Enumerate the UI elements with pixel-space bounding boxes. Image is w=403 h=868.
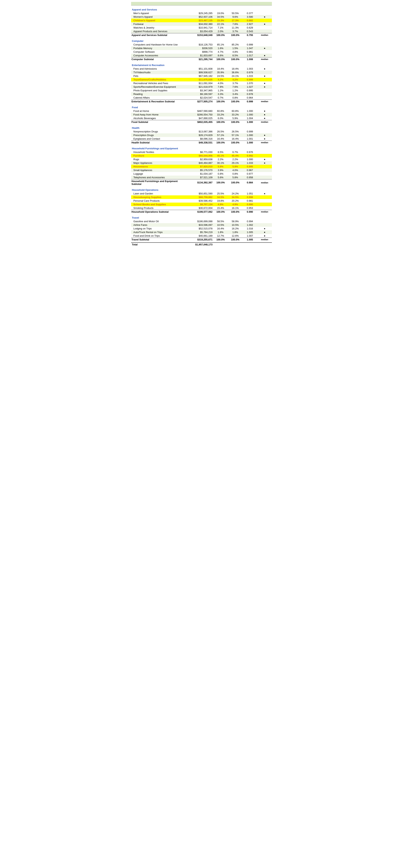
- retail-data-table: Apparel and ServicesMen's Apparel$29,245…: [131, 2, 272, 246]
- table-row: Food and Drink on Trips$40,661,18912.7%1…: [131, 234, 272, 238]
- subtotal-row-travel: Travel Subtotal$319,255,671100.0%100.0%1…: [131, 238, 272, 241]
- table-row: Auto/Truck Rental on Trips$5,784,2191.8%…: [131, 230, 272, 234]
- table-row: School Books and Supplies$9,707,1344.9%4…: [131, 203, 272, 206]
- section-header-health: Health: [131, 125, 272, 130]
- table-row: Computers and Hardware for Home Use$18,1…: [131, 43, 272, 46]
- table-row: Apparel Products and Services$3,054,4292…: [131, 30, 272, 33]
- table-row: Computer Software$998,7744.7%4.8%0.981: [131, 50, 272, 54]
- table-row: Food at Home$487,590,68060.8%60.8%1.000■: [131, 109, 272, 113]
- table-row: Toys/Games/Crafts/Hobbies$11,675,8354.2%…: [131, 78, 272, 82]
- table-row: Recreational Vehicles and Fees$11,091,93…: [131, 82, 272, 85]
- header-cape-share: [213, 2, 228, 5]
- table-row: Household Textiles$8,771,0306.5%6.7%0.97…: [131, 150, 272, 154]
- table-row: Men's Apparel$29,245,28519.0%50.5%0.377: [131, 11, 272, 15]
- table-row: Personal Care Products$39,586,45219.8%20…: [131, 199, 272, 203]
- section-header-food: Food: [131, 104, 272, 109]
- section-header-entertainment: Entertainment & Recreation: [131, 62, 272, 67]
- table-row: Small Appliances$5,176,5703.9%4.0%0.967: [131, 168, 272, 172]
- subtotal-row-hfe: Household Furnishings and Equipment Subt…: [131, 179, 272, 186]
- table-row: Footwear$34,002,38022.1%7.6%2.927■: [131, 22, 272, 26]
- subtotal-row-computer: Computer Subtotal$21,295,744100.0%100.0%…: [131, 57, 272, 61]
- table-row: Prescription Drugs$28,174,82957.1%57.1%1…: [131, 133, 272, 137]
- header-retail-category: [131, 2, 187, 5]
- table-row: Rugs$2,959,6382.2%2.2%1.000■: [131, 157, 272, 161]
- subtotal-row-household_ops: Household Operations Subtotal$199,577,06…: [131, 210, 272, 214]
- table-row: Furniture$60,544,95645.1%45.4%0.992: [131, 154, 272, 157]
- table-row: Major Appliances$40,464,88730.1%29.1%1.0…: [131, 161, 272, 165]
- table-body: Apparel and ServicesMen's Apparel$29,245…: [131, 5, 272, 246]
- table-row: Catered Affairs$2,024,5470.7%0.8%0.964: [131, 96, 272, 100]
- table-row: Pets$67,945,18224.5%24.1%1.015■: [131, 74, 272, 78]
- subtotal-row-health: Health Subtotal$49,338,531100.0%100.0%1.…: [131, 141, 272, 144]
- table-row: Lawn and Garden$50,851,59025.5%24.2%1.05…: [131, 192, 272, 195]
- table-row: Sports/Recreation/Exercise Equipment$21,…: [131, 85, 272, 89]
- subtotal-row-entertainment: Entertainment & Recreation Subtotal$277,…: [131, 99, 272, 103]
- header-key-sectors: [257, 2, 272, 5]
- column-headers: [131, 2, 272, 5]
- table-row: Women's Apparel$52,937,10634.5%9.6%3.580…: [131, 15, 272, 19]
- section-header-apparel: Apparel and Services: [131, 7, 272, 11]
- section-header-computer: Computer: [131, 38, 272, 43]
- main-container: Apparel and ServicesMen's Apparel$29,245…: [131, 2, 272, 246]
- total-row: Total$1,957,048,173: [131, 243, 272, 246]
- table-row: Watches & Jewelry$10,941,7147.1%11.3%0.6…: [131, 26, 272, 30]
- table-row: Reading$9,190,5973.3%3.4%0.978: [131, 92, 272, 96]
- table-row: Children's Apparel$23,467,13515.3%17.3%0…: [131, 19, 272, 22]
- header-florida-section: [228, 2, 243, 5]
- table-row: Eyeglasses and Contact$8,096,31616.4%16.…: [131, 137, 272, 141]
- table-row: Telephones and Accessories$7,521,1095.6%…: [131, 176, 272, 179]
- section-header-household_ops: Household Operations: [131, 187, 272, 192]
- table-row: TV/Video/Audio$99,508,62735.9%36.6%0.979: [131, 70, 272, 74]
- table-row: Airline Fares$33,596,09710.5%10.5%1.002: [131, 223, 272, 227]
- table-row: Fees and Admissions$51,101,60818.4%18.4%…: [131, 67, 272, 70]
- header-lq: [243, 2, 257, 5]
- table-row: Smoking Products$30,672,00415.4%16.1%0.9…: [131, 206, 272, 210]
- subtotal-row-apparel: Apparel and Services Subtotal$153,648,04…: [131, 33, 272, 37]
- table-row: Gasoline and Motor Oil$186,699,08858.5%5…: [131, 219, 272, 223]
- table-row: Alcoholic Beverages$47,890,0256.0%5.9%1.…: [131, 116, 272, 120]
- section-header-travel: Travel: [131, 215, 272, 219]
- table-row: Portable Memory$336,5201.6%1.5%1.047■: [131, 46, 272, 50]
- section-header-hfe: Household Furnishings and Equipment: [131, 146, 272, 150]
- table-row: Food Away from Home$266,554,75033.2%33.2…: [131, 113, 272, 116]
- table-row: Lodging on Trips$52,515,07816.4%16.2%1.0…: [131, 227, 272, 230]
- table-row: Computer Accessories$1,833,6978.6%8.5%1.…: [131, 54, 272, 57]
- table-row: Nonprescription Drugs$13,067,38626.5%26.…: [131, 130, 272, 133]
- header-cape-spending: [187, 2, 213, 5]
- table-row: Photo Equipment and Supplies$3,347,9651.…: [131, 89, 272, 92]
- table-row: Housewares$7,920,0105.9%5.9%0.995: [131, 165, 272, 168]
- subtotal-row-food: Food Subtotal$802,035,455100.0%100.0%1.0…: [131, 120, 272, 124]
- table-row: Housekeeping Supplies$68,759,88234.5%34.…: [131, 195, 272, 199]
- table-row: Luggage$1,034,1870.8%0.8%0.977: [131, 172, 272, 176]
